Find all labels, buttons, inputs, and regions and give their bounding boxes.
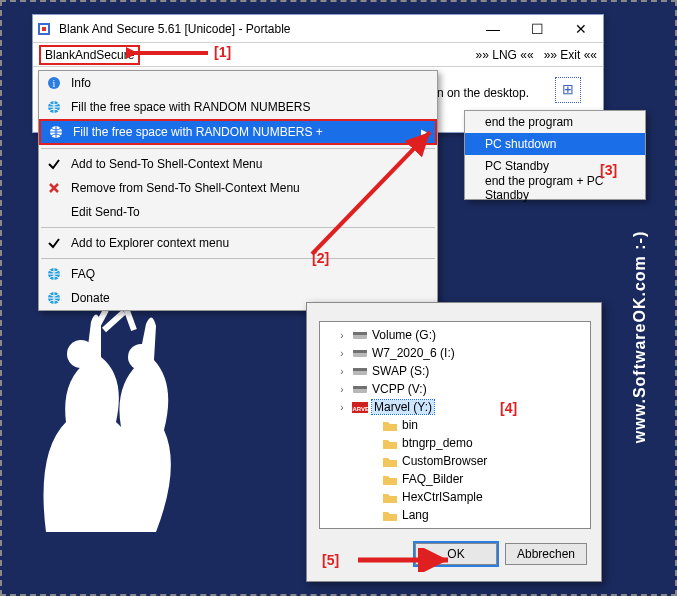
svg-point-0 bbox=[67, 340, 95, 368]
svg-rect-12 bbox=[353, 332, 367, 335]
expand-icon[interactable]: › bbox=[336, 384, 348, 395]
drive-icon bbox=[352, 330, 368, 341]
drive-icon bbox=[352, 366, 368, 377]
info-icon: i bbox=[45, 76, 63, 90]
folder-icon bbox=[382, 474, 398, 485]
dropdown-item[interactable]: iInfo bbox=[39, 71, 437, 95]
tree-item[interactable]: btngrp_demo bbox=[320, 434, 590, 452]
folder-icon bbox=[382, 528, 398, 530]
minimize-button[interactable]: — bbox=[471, 15, 515, 43]
svg-text:i: i bbox=[53, 78, 56, 89]
expand-icon[interactable]: › bbox=[336, 366, 348, 377]
dropdown-item[interactable]: Fill the free space with RANDOM NUMBERS bbox=[39, 95, 437, 119]
tree-item-label: bin bbox=[402, 418, 418, 432]
folder-icon bbox=[382, 420, 398, 431]
annotation-1: [1] bbox=[214, 44, 231, 60]
x-icon bbox=[45, 181, 63, 195]
globe-icon bbox=[45, 291, 63, 305]
tree-item[interactable]: ›VCPP (V:) bbox=[320, 380, 590, 398]
tree-item-label: Lang bbox=[402, 508, 429, 522]
dropdown-item[interactable]: FAQ bbox=[39, 262, 437, 286]
window-title: Blank And Secure 5.61 [Unicode] - Portab… bbox=[55, 22, 471, 36]
dropdown-item-label: Fill the free space with RANDOM NUMBERS bbox=[71, 100, 431, 114]
tree-item[interactable]: ›W7_2020_6 (I:) bbox=[320, 344, 590, 362]
arrow-5 bbox=[352, 548, 462, 572]
svg-rect-16 bbox=[353, 368, 367, 371]
tree-item-label: HexCtrlSample bbox=[402, 490, 483, 504]
svg-rect-14 bbox=[353, 350, 367, 353]
maximize-button[interactable]: ☐ bbox=[515, 15, 559, 43]
cancel-button[interactable]: Abbrechen bbox=[505, 543, 587, 565]
menu-lng[interactable]: »» LNG «« bbox=[476, 48, 534, 62]
tree-item-label: Volume (G:) bbox=[372, 328, 436, 342]
svg-line-22 bbox=[312, 132, 430, 254]
folder-tree[interactable]: ›Volume (G:)›W7_2020_6 (I:)›SWAP (S:)›VC… bbox=[319, 321, 591, 529]
submenu-item[interactable]: end the program bbox=[465, 111, 645, 133]
dropdown-item-label: Info bbox=[71, 76, 431, 90]
app-icon bbox=[33, 22, 55, 36]
folder-icon bbox=[382, 456, 398, 467]
annotation-3: [3] bbox=[600, 162, 617, 178]
svg-text:MARVEL: MARVEL bbox=[352, 406, 368, 412]
globe-icon bbox=[47, 125, 65, 139]
expand-icon[interactable]: › bbox=[336, 402, 348, 413]
tree-item[interactable]: Lang bbox=[320, 506, 590, 524]
svg-rect-4 bbox=[42, 27, 46, 31]
submenu: end the programPC shutdownPC Standbyend … bbox=[464, 110, 646, 200]
annotation-5: [5] bbox=[322, 552, 339, 568]
arrow-2 bbox=[182, 122, 442, 262]
tree-item[interactable]: FAQ_Bilder bbox=[320, 470, 590, 488]
close-button[interactable]: ✕ bbox=[559, 15, 603, 43]
check-icon bbox=[45, 236, 63, 250]
drop-target-icon[interactable]: ⊞ bbox=[555, 77, 581, 103]
arrow-1 bbox=[126, 42, 216, 64]
folder-browse-dialog: ›Volume (G:)›W7_2020_6 (I:)›SWAP (S:)›VC… bbox=[306, 302, 602, 582]
drive-icon bbox=[352, 348, 368, 359]
tree-item[interactable]: MIDIpiano bbox=[320, 524, 590, 529]
menu-exit[interactable]: »» Exit «« bbox=[544, 48, 597, 62]
tree-item-label: Marvel (Y:) bbox=[372, 400, 434, 414]
check-icon bbox=[45, 157, 63, 171]
tree-item-label: MIDIpiano bbox=[402, 526, 457, 529]
globe-icon bbox=[45, 267, 63, 281]
marvel-icon: MARVEL bbox=[352, 402, 368, 413]
svg-rect-18 bbox=[353, 386, 367, 389]
dropdown-item-label: FAQ bbox=[71, 267, 431, 281]
titlebar[interactable]: Blank And Secure 5.61 [Unicode] - Portab… bbox=[33, 15, 603, 43]
globe-icon bbox=[45, 100, 63, 114]
tree-item[interactable]: ›SWAP (S:) bbox=[320, 362, 590, 380]
folder-icon bbox=[382, 438, 398, 449]
drive-icon bbox=[352, 384, 368, 395]
svg-point-1 bbox=[128, 344, 154, 370]
expand-icon[interactable]: › bbox=[336, 348, 348, 359]
tree-item-label: CustomBrowser bbox=[402, 454, 487, 468]
submenu-item[interactable]: PC shutdown bbox=[465, 133, 645, 155]
tree-item-label: W7_2020_6 (I:) bbox=[372, 346, 455, 360]
tree-item[interactable]: CustomBrowser bbox=[320, 452, 590, 470]
tree-item-label: VCPP (V:) bbox=[372, 382, 427, 396]
tree-item[interactable]: ›Volume (G:) bbox=[320, 326, 590, 344]
tree-item[interactable]: HexCtrlSample bbox=[320, 488, 590, 506]
annotation-4: [4] bbox=[500, 400, 517, 416]
tree-item[interactable]: bin bbox=[320, 416, 590, 434]
tree-item[interactable]: ›MARVELMarvel (Y:) bbox=[320, 398, 590, 416]
tree-item-label: SWAP (S:) bbox=[372, 364, 429, 378]
folder-icon bbox=[382, 510, 398, 521]
tree-item-label: FAQ_Bilder bbox=[402, 472, 463, 486]
background-figures bbox=[6, 302, 186, 562]
submenu-item[interactable]: end the program + PC Standby bbox=[465, 177, 645, 199]
expand-icon[interactable]: › bbox=[336, 330, 348, 341]
watermark: www.SoftwareOK.com :-) bbox=[632, 230, 650, 443]
tree-item-label: btngrp_demo bbox=[402, 436, 473, 450]
folder-icon bbox=[382, 492, 398, 503]
menubar: BlankAndSecure »» LNG «« »» Exit «« bbox=[33, 43, 603, 67]
